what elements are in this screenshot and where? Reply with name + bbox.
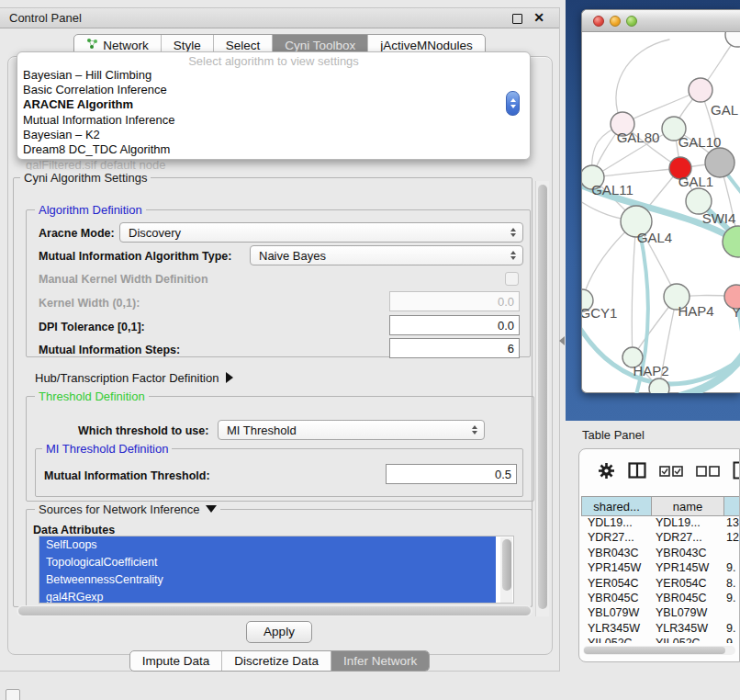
close-icon[interactable]: ✕ xyxy=(533,10,544,25)
network-edge xyxy=(681,352,740,393)
table-cell: YBR045C xyxy=(652,592,724,606)
algorithm-dropdown-popup: Select algorithm to view settings Bayesi… xyxy=(17,51,531,160)
sources-toggle[interactable]: Sources for Network Inference xyxy=(35,502,220,516)
table-column-header[interactable]: A xyxy=(724,496,740,516)
kernel-width-label: Kernel Width (0,1): xyxy=(39,297,140,310)
table-column-header[interactable]: name xyxy=(652,496,724,516)
tab-label: Select xyxy=(226,39,261,52)
mi-algorithm-type-select[interactable]: Naive Bayes xyxy=(250,245,523,265)
network-node[interactable] xyxy=(725,32,740,47)
tab-discretize-data[interactable]: Discretize Data xyxy=(222,651,331,671)
table-row[interactable]: YER054CYER054C8. xyxy=(581,577,740,592)
algorithm-option[interactable]: Bayesian – Hill Climbing xyxy=(17,68,530,83)
data-attributes-list[interactable]: SelfLoopsTopologicalCoefficientBetweenne… xyxy=(39,536,514,604)
table-horizontal-scrollbar[interactable] xyxy=(583,646,735,655)
hub-section-toggle[interactable]: Hub/Transcription Factor Definition xyxy=(35,371,233,385)
settings-vertical-scrollbar-thumb[interactable] xyxy=(538,185,547,609)
data-attribute-item[interactable]: BetweennessCentrality xyxy=(39,571,496,589)
zoom-traffic-light-icon[interactable] xyxy=(626,16,637,27)
close-traffic-light-icon[interactable] xyxy=(593,16,604,27)
which-threshold-select[interactable]: MI Threshold xyxy=(218,420,485,440)
network-node-label: GCY1 xyxy=(582,305,617,321)
network-graph-icon xyxy=(86,38,98,52)
data-attribute-item[interactable]: SelfLoops xyxy=(39,536,496,554)
table-cell: YBL079W xyxy=(652,606,724,621)
table-cell: 9. xyxy=(724,592,740,606)
combo-stepper-icon[interactable] xyxy=(506,91,520,116)
network-node-label: Y xyxy=(732,304,740,320)
network-node-label: GAL80 xyxy=(617,130,660,145)
mi-threshold-input[interactable]: 0.5 xyxy=(386,464,517,484)
table-body: YDL19...YDL19...13YDR27...YDR27...12YBR0… xyxy=(581,516,740,643)
table-cell xyxy=(724,606,740,621)
attributes-scrollbar[interactable] xyxy=(500,537,512,603)
network-edge xyxy=(622,90,701,124)
network-node-label: GAL xyxy=(711,102,738,118)
table-cell: YLR345W xyxy=(581,622,652,637)
network-canvas[interactable]: GALGAL80GAL10GAL1GAL11SWI4GAL4GCY1HAP4YH… xyxy=(582,32,740,393)
tab-label: Style xyxy=(174,39,201,52)
network-node[interactable] xyxy=(689,78,712,102)
float-window-icon[interactable] xyxy=(512,14,522,24)
network-node[interactable] xyxy=(649,378,669,393)
control-panel-title: Control Panel xyxy=(9,11,82,25)
table-cell: YDR27... xyxy=(581,531,652,546)
network-node-label: GAL10 xyxy=(678,134,722,150)
mi-steps-input[interactable]: 6 xyxy=(389,338,520,358)
expand-right-icon[interactable] xyxy=(226,372,233,383)
aracne-mode-select[interactable]: Discovery xyxy=(119,222,523,243)
mi-steps-label: Mutual Information Steps: xyxy=(39,344,180,356)
control-panel-titlebar[interactable]: Control Panel ✕ xyxy=(0,8,559,28)
table-panel-title: Table Panel xyxy=(582,428,645,442)
attributes-scrollbar-thumb[interactable] xyxy=(502,539,511,591)
algorithm-option[interactable]: Bayesian – K2 xyxy=(17,128,530,142)
dpi-tolerance-input[interactable]: 0.0 xyxy=(389,315,520,335)
which-threshold-label: Which threshold to use: xyxy=(78,424,208,437)
panel-splitter-arrow-icon[interactable] xyxy=(559,336,565,345)
table-column-header[interactable]: shared... xyxy=(581,496,652,516)
network-node[interactable] xyxy=(723,226,740,257)
table-row[interactable]: YLR345WYLR345W9. xyxy=(581,622,740,637)
settings-horizontal-scrollbar-thumb[interactable] xyxy=(18,606,531,615)
apply-button[interactable]: Apply xyxy=(246,621,312,643)
stepper-arrows-icon xyxy=(510,251,522,260)
table-horizontal-scrollbar-thumb[interactable] xyxy=(584,647,725,654)
deselect-all-checkboxes-icon[interactable] xyxy=(696,464,720,480)
table-header-row: shared...nameA xyxy=(581,496,740,516)
select-all-checkboxes-icon[interactable] xyxy=(659,464,683,480)
new-table-icon[interactable] xyxy=(733,461,740,483)
algorithm-definition-title: Algorithm Definition xyxy=(35,203,146,217)
settings-horizontal-scrollbar[interactable] xyxy=(17,605,533,616)
algorithm-option[interactable]: Basic Correlation Inference xyxy=(17,83,530,97)
corner-grip-icon[interactable] xyxy=(6,689,20,700)
tab-infer-network[interactable]: Infer Network xyxy=(331,651,429,671)
tab-label: Network xyxy=(103,39,149,52)
table-row[interactable]: YDR27...YDR27...12 xyxy=(581,531,740,546)
tab-impute-data[interactable]: Impute Data xyxy=(130,651,223,671)
network-node-label: GAL1 xyxy=(678,174,713,189)
data-attribute-item[interactable]: gal4RGexp xyxy=(39,589,496,604)
table-row[interactable]: YBR045CYBR045C9. xyxy=(581,592,740,606)
settings-vertical-scrollbar[interactable] xyxy=(535,181,549,616)
network-view-window: GALGAL80GAL10GAL1GAL11SWI4GAL4GCY1HAP4YH… xyxy=(581,9,740,393)
minimize-traffic-light-icon[interactable] xyxy=(610,16,621,27)
table-row[interactable]: YBR043CYBR043C xyxy=(581,547,740,561)
gear-icon[interactable] xyxy=(598,462,615,483)
table-cell: YLR345W xyxy=(652,622,724,637)
algorithm-option[interactable]: Dream8 DC_TDC Algorithm xyxy=(17,142,530,157)
network-node-label: SWI4 xyxy=(702,210,736,226)
network-edge xyxy=(632,221,636,357)
algorithm-option[interactable]: ARACNE Algorithm xyxy=(17,97,530,112)
network-window-titlebar[interactable] xyxy=(582,10,740,32)
table-cell: 12 xyxy=(724,531,740,546)
data-attribute-item[interactable]: TopologicalCoefficient xyxy=(39,554,496,571)
mi-algorithm-type-label: Mutual Information Algorithm Type: xyxy=(39,250,231,263)
algorithm-option[interactable]: Mutual Information Inference xyxy=(17,113,530,128)
table-row[interactable]: YDL19...YDL19...13 xyxy=(581,516,740,531)
table-cell: YBR043C xyxy=(652,547,724,561)
collapse-down-icon[interactable] xyxy=(206,505,217,513)
table-row[interactable]: YIL052CYIL052C9 xyxy=(581,637,740,643)
column-layout-icon[interactable] xyxy=(628,462,646,482)
table-row[interactable]: YPR145WYPR145W9. xyxy=(581,561,740,576)
table-row[interactable]: YBL079WYBL079W xyxy=(581,606,740,621)
